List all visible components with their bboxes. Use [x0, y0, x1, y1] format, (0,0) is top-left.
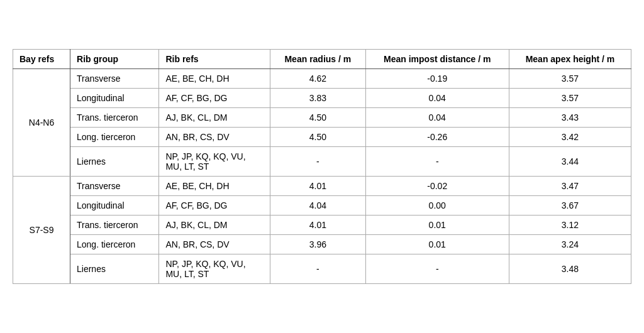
rib-refs-cell: AN, BR, CS, DV	[159, 235, 270, 254]
mean-apex-cell: 3.57	[509, 69, 631, 89]
data-table: Bay refs Rib group Rib refs Mean radius …	[13, 49, 631, 284]
rib-group-cell: Longitudinal	[70, 89, 159, 108]
rib-group-cell: Long. tierceron	[70, 128, 159, 147]
mean-apex-cell: 3.47	[509, 177, 631, 196]
mean-impost-cell: 0.04	[365, 89, 509, 108]
mean-radius-cell: 4.50	[270, 128, 365, 147]
table-row: Long. tierceronAN, BR, CS, DV3.960.013.2…	[13, 235, 631, 254]
header-rib-group: Rib group	[70, 50, 159, 69]
rib-refs-cell: AE, BE, CH, DH	[159, 177, 270, 196]
table-row: Long. tierceronAN, BR, CS, DV4.50-0.263.…	[13, 128, 631, 147]
mean-apex-cell: 3.48	[509, 254, 631, 284]
bay-ref-cell: N4-N6	[13, 69, 70, 177]
table-row: Trans. tierceronAJ, BK, CL, DM4.500.043.…	[13, 108, 631, 128]
mean-apex-cell: 3.67	[509, 196, 631, 216]
rib-group-cell: Long. tierceron	[70, 235, 159, 254]
rib-refs-cell: AN, BR, CS, DV	[159, 128, 270, 147]
header-mean-apex: Mean apex height / m	[509, 50, 631, 69]
mean-impost-cell: 0.01	[365, 216, 509, 235]
mean-impost-cell: -0.19	[365, 69, 509, 89]
mean-radius-cell: 4.62	[270, 69, 365, 89]
table-row: S7-S9TransverseAE, BE, CH, DH4.01-0.023.…	[13, 177, 631, 196]
mean-radius-cell: 3.83	[270, 89, 365, 108]
rib-refs-cell: AJ, BK, CL, DM	[159, 216, 270, 235]
table-row: LiernesNP, JP, KQ, KQ, VU, MU, LT, ST--3…	[13, 147, 631, 177]
mean-radius-cell: 4.50	[270, 108, 365, 128]
mean-apex-cell: 3.42	[509, 128, 631, 147]
mean-impost-cell: -0.02	[365, 177, 509, 196]
rib-group-cell: Liernes	[70, 147, 159, 177]
mean-impost-cell: -0.26	[365, 128, 509, 147]
mean-apex-cell: 3.44	[509, 147, 631, 177]
rib-group-cell: Transverse	[70, 177, 159, 196]
bay-ref-cell: S7-S9	[13, 177, 70, 284]
mean-impost-cell: 0.04	[365, 108, 509, 128]
rib-refs-cell: NP, JP, KQ, KQ, VU, MU, LT, ST	[159, 147, 270, 177]
mean-apex-cell: 3.12	[509, 216, 631, 235]
mean-impost-cell: 0.01	[365, 235, 509, 254]
rib-group-cell: Transverse	[70, 69, 159, 89]
mean-impost-cell: -	[365, 147, 509, 177]
rib-group-cell: Liernes	[70, 254, 159, 284]
rib-refs-cell: AE, BE, CH, DH	[159, 69, 270, 89]
mean-radius-cell: 3.96	[270, 235, 365, 254]
table-row: LongitudinalAF, CF, BG, DG4.040.003.67	[13, 196, 631, 216]
mean-radius-cell: 4.01	[270, 177, 365, 196]
table-row: LongitudinalAF, CF, BG, DG3.830.043.57	[13, 89, 631, 108]
mean-radius-cell: 4.04	[270, 196, 365, 216]
rib-group-cell: Trans. tierceron	[70, 108, 159, 128]
mean-apex-cell: 3.24	[509, 235, 631, 254]
mean-radius-cell: -	[270, 147, 365, 177]
rib-refs-cell: AF, CF, BG, DG	[159, 89, 270, 108]
table-container: Bay refs Rib group Rib refs Mean radius …	[13, 49, 631, 284]
rib-refs-cell: AJ, BK, CL, DM	[159, 108, 270, 128]
rib-refs-cell: NP, JP, KQ, KQ, VU, MU, LT, ST	[159, 254, 270, 284]
header-rib-refs: Rib refs	[159, 50, 270, 69]
header-mean-radius: Mean radius / m	[270, 50, 365, 69]
table-row: LiernesNP, JP, KQ, KQ, VU, MU, LT, ST--3…	[13, 254, 631, 284]
mean-impost-cell: -	[365, 254, 509, 284]
mean-apex-cell: 3.43	[509, 108, 631, 128]
rib-group-cell: Longitudinal	[70, 196, 159, 216]
mean-radius-cell: -	[270, 254, 365, 284]
rib-refs-cell: AF, CF, BG, DG	[159, 196, 270, 216]
mean-apex-cell: 3.57	[509, 89, 631, 108]
table-row: Trans. tierceronAJ, BK, CL, DM4.010.013.…	[13, 216, 631, 235]
header-row: Bay refs Rib group Rib refs Mean radius …	[13, 50, 631, 69]
table-row: N4-N6TransverseAE, BE, CH, DH4.62-0.193.…	[13, 69, 631, 89]
rib-group-cell: Trans. tierceron	[70, 216, 159, 235]
header-bay-refs: Bay refs	[13, 50, 70, 69]
mean-radius-cell: 4.01	[270, 216, 365, 235]
header-mean-impost: Mean impost distance / m	[365, 50, 509, 69]
mean-impost-cell: 0.00	[365, 196, 509, 216]
